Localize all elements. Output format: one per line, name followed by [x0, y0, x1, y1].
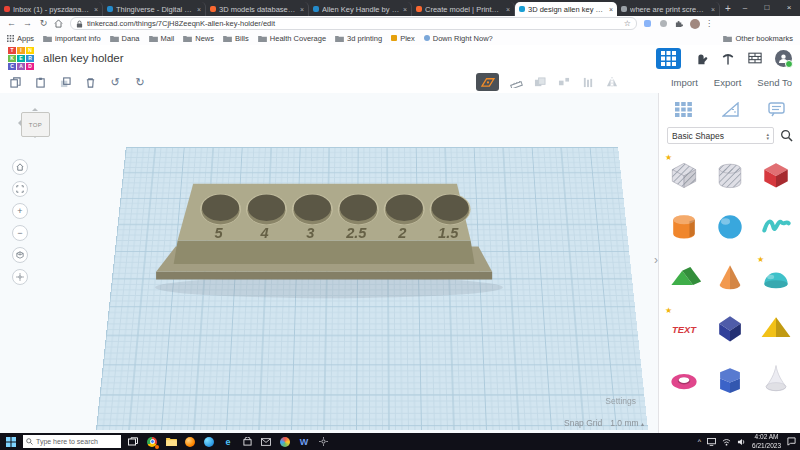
extension-icon[interactable] — [642, 18, 653, 29]
bookmark-folder[interactable]: important info — [43, 34, 100, 43]
shape-cylinder[interactable] — [665, 206, 703, 246]
workplane-tool[interactable] — [476, 73, 499, 91]
ie-icon[interactable]: e — [221, 435, 235, 449]
shape-pyramid[interactable] — [757, 308, 795, 348]
duplicate-icon[interactable] — [58, 75, 72, 89]
browser-tab[interactable]: Inbox (1) - pyszdana@gmail.c× — [0, 2, 103, 16]
shape-paraboloid[interactable] — [757, 359, 795, 399]
view-cube-top-face[interactable]: TOP — [21, 112, 50, 137]
account-avatar[interactable] — [775, 50, 792, 67]
tab-close-icon[interactable]: × — [403, 6, 407, 13]
shape-cone[interactable] — [711, 257, 749, 297]
word-icon[interactable]: W — [297, 435, 311, 449]
photos-icon[interactable] — [278, 435, 292, 449]
tab-close-icon[interactable]: × — [711, 6, 715, 13]
taskbar-clock[interactable]: 4:02 AM 6/21/2023 — [752, 433, 781, 450]
shape-half-sphere[interactable]: ★ — [757, 257, 795, 297]
firefox-icon[interactable] — [183, 435, 197, 449]
start-button[interactable] — [4, 435, 18, 449]
bookmark-star-icon[interactable]: ☆ — [624, 19, 631, 28]
window-maximize-button[interactable]: □ — [756, 0, 778, 16]
shape-sphere[interactable] — [711, 206, 749, 246]
fit-view-button[interactable] — [12, 181, 28, 197]
settings-app-icon[interactable] — [316, 435, 330, 449]
shape-cylinder-hole[interactable] — [711, 155, 749, 195]
group-icon[interactable] — [533, 75, 547, 89]
browser-tab[interactable]: where are print screen files sav× — [617, 2, 720, 16]
browser-tab[interactable]: Thingiverse - Digital Designs fo× — [103, 2, 206, 16]
store-icon[interactable] — [240, 435, 254, 449]
notes-icon[interactable] — [768, 102, 785, 117]
view-cube[interactable]: TOP — [16, 105, 54, 145]
bookmark-apps[interactable]: Apps — [7, 34, 34, 43]
shape-scribble[interactable] — [757, 206, 795, 246]
send-to-button[interactable]: Send To — [757, 77, 792, 88]
canvas-settings-button[interactable]: Settings — [605, 396, 636, 406]
glove-icon[interactable] — [694, 51, 708, 65]
file-explorer-icon[interactable] — [164, 435, 178, 449]
design-title[interactable]: allen key holder — [43, 52, 124, 64]
refresh-icon[interactable]: ↻ — [38, 16, 49, 31]
import-button[interactable]: Import — [671, 77, 698, 88]
ruler-tool[interactable] — [509, 75, 523, 89]
bookmark-folder[interactable]: Dana — [110, 34, 140, 43]
export-button[interactable]: Export — [714, 77, 741, 88]
bookmark-item[interactable]: Down Right Now? — [424, 34, 493, 43]
other-bookmarks[interactable]: Other bookmarks — [723, 34, 793, 43]
home-icon[interactable] — [54, 19, 65, 28]
bookmark-folder[interactable]: Health Coverage — [258, 34, 326, 43]
bookmark-folder[interactable]: Mail — [149, 34, 175, 43]
tab-close-icon[interactable]: × — [609, 6, 613, 13]
shape-search-icon[interactable] — [780, 129, 793, 142]
paste-icon[interactable] — [33, 75, 47, 89]
shape-box[interactable] — [757, 155, 795, 195]
taskbar-search[interactable]: Type here to search — [23, 435, 121, 448]
window-minimize-button[interactable]: – — [734, 0, 756, 16]
chrome-taskbar-icon[interactable] — [145, 435, 159, 449]
tinkercad-logo[interactable]: T I N K E R C A D — [8, 47, 34, 70]
pickaxe-icon[interactable] — [721, 51, 735, 65]
perspective-toggle[interactable] — [12, 247, 28, 263]
shape-polygon[interactable] — [711, 359, 749, 399]
bricks-icon[interactable] — [748, 52, 762, 64]
undo-icon[interactable]: ↺ — [108, 75, 122, 89]
bookmark-item[interactable]: Plex — [391, 34, 415, 43]
delete-icon[interactable] — [83, 75, 97, 89]
browser-tab-active[interactable]: 3D design allen key holder | Ti× — [515, 2, 617, 16]
3d-viewport[interactable]: 5 4 3 2.5 2 1.5 TOP + − Settings Sna — [0, 93, 658, 433]
tray-expand-icon[interactable]: ^ — [698, 438, 701, 445]
redo-icon[interactable]: ↻ — [133, 75, 147, 89]
browser-menu-icon[interactable]: ⋮ — [705, 19, 713, 28]
tab-close-icon[interactable]: × — [94, 6, 98, 13]
align-icon[interactable] — [581, 75, 595, 89]
monitor-tray-icon[interactable] — [707, 438, 716, 446]
extensions-puzzle-icon[interactable] — [674, 18, 685, 29]
shape-box-hole[interactable]: ★ — [665, 155, 703, 195]
shape-wedge[interactable] — [711, 308, 749, 348]
tab-close-icon[interactable]: × — [506, 6, 510, 13]
mirror-icon[interactable] — [605, 75, 619, 89]
mail-icon[interactable] — [259, 435, 273, 449]
home-view-button[interactable] — [12, 159, 28, 175]
bookmark-folder[interactable]: News — [183, 34, 214, 43]
browser-tab[interactable]: Allen Key Handle by BaGooN |× — [309, 2, 412, 16]
snap-grid-dropdown[interactable]: 1.0 mm ▴ — [610, 418, 644, 428]
shape-roof[interactable] — [665, 257, 703, 297]
action-center-icon[interactable] — [787, 437, 796, 446]
zoom-in-button[interactable]: + — [12, 203, 28, 219]
task-view-icon[interactable] — [126, 435, 140, 449]
extension-icon[interactable] — [658, 18, 669, 29]
back-icon[interactable]: ← — [6, 16, 17, 31]
browser-tab[interactable]: Create model | Printables.com× — [412, 2, 515, 16]
edge-icon[interactable] — [202, 435, 216, 449]
blocks-view-button[interactable] — [656, 48, 681, 69]
window-close-button[interactable]: × — [778, 0, 800, 16]
tab-close-icon[interactable]: × — [197, 6, 201, 13]
copy-icon[interactable] — [8, 75, 22, 89]
browser-tab[interactable]: 3D models database | Printabl× — [206, 2, 309, 16]
shapes-grid-icon[interactable] — [675, 102, 692, 117]
bookmark-folder[interactable]: 3d printing — [335, 34, 382, 43]
wifi-tray-icon[interactable] — [722, 438, 731, 446]
ungroup-icon[interactable] — [557, 75, 571, 89]
bookmark-folder[interactable]: Bills — [223, 34, 249, 43]
